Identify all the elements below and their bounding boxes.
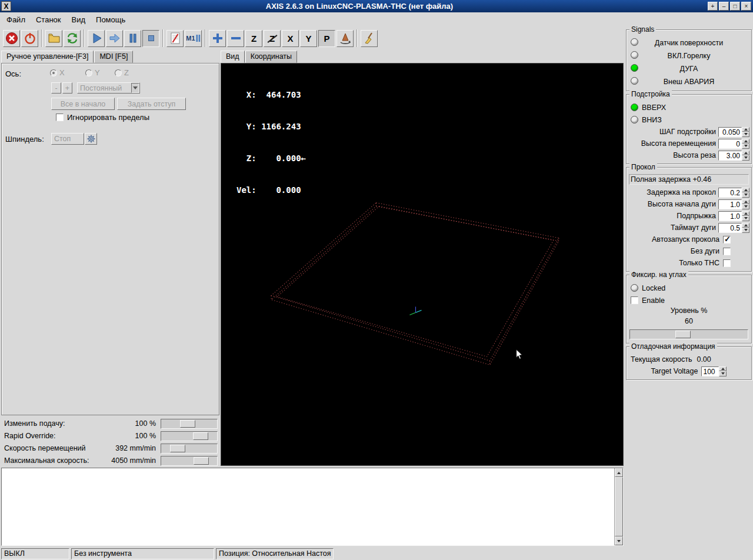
spin-up-icon[interactable] [742, 139, 749, 144]
minimize-button[interactable]: – [719, 2, 729, 11]
enable-row[interactable]: Enable [628, 294, 749, 306]
maximize-button[interactable]: □ [730, 2, 740, 11]
zoom-in-button[interactable] [209, 30, 226, 47]
spin-down-icon[interactable] [742, 204, 749, 209]
arc-start-height-value[interactable]: 1.0 [718, 199, 742, 209]
run-program-button[interactable] [88, 30, 105, 47]
spin-up-icon[interactable] [742, 151, 749, 156]
menu-file[interactable]: Файл [1, 14, 31, 26]
tab-preview[interactable]: Вид [221, 51, 245, 63]
feed-override-slider[interactable] [161, 419, 218, 429]
slider-handle[interactable] [194, 457, 209, 465]
history-scrollbar[interactable] [614, 468, 623, 545]
spin-down-icon[interactable] [742, 192, 749, 198]
travel-height-spinner[interactable]: 0 [718, 139, 749, 149]
jump-height-value[interactable]: 1.0 [718, 211, 742, 221]
rotate-view-button[interactable] [336, 30, 354, 47]
spin-down-icon[interactable] [742, 144, 749, 149]
cut-height-spinner[interactable]: 3.00 [718, 151, 749, 161]
spin-up-icon[interactable] [719, 366, 727, 372]
menu-view[interactable]: Вид [66, 14, 91, 26]
target-voltage-spinner[interactable]: 100 [701, 366, 727, 376]
spin-up-icon[interactable] [742, 199, 749, 205]
enable-checkbox[interactable] [631, 296, 638, 304]
view-top-button[interactable]: Z [245, 30, 262, 47]
spin-up-icon[interactable] [742, 188, 749, 193]
ignore-limits-checkbox[interactable]: Игнорировать пределы [56, 113, 149, 122]
mdi-history-textarea[interactable] [1, 468, 624, 546]
machine-power-button[interactable] [21, 30, 38, 47]
tab-manual-control[interactable]: Ручное управление-[F3] [1, 51, 94, 63]
no-arc-checkbox[interactable] [723, 248, 731, 255]
scroll-up-icon[interactable] [615, 468, 623, 477]
view-side-button[interactable]: X [282, 30, 299, 47]
auto-pierce-checkbox[interactable] [723, 236, 731, 244]
jog-plus-button[interactable]: + [62, 82, 72, 94]
spindle-mode-combobox[interactable]: Стоп [51, 133, 84, 145]
step-button[interactable] [106, 30, 123, 47]
thc-step-value[interactable]: 0.050 [718, 127, 742, 137]
menu-machine[interactable]: Станок [31, 14, 66, 26]
thc-only-checkbox[interactable] [723, 259, 731, 267]
axis-radio-y[interactable]: Y [85, 68, 100, 77]
estop-button[interactable] [3, 30, 20, 47]
slider-handle[interactable] [675, 331, 691, 338]
arc-start-height-label: Высота начала дуги [648, 200, 716, 208]
stop-button[interactable] [142, 30, 159, 47]
arc-start-height-spinner[interactable]: 1.0 [718, 199, 749, 209]
tab-mdi[interactable]: MDI [F5] [94, 51, 133, 63]
cut-height-value[interactable]: 3.00 [718, 151, 742, 161]
scroll-down-icon[interactable] [615, 536, 623, 545]
clear-plot-button[interactable] [361, 30, 378, 47]
skip-lines-button[interactable] [166, 30, 184, 47]
view-perspective-button[interactable]: P [318, 30, 335, 47]
spin-up-icon[interactable] [742, 127, 749, 132]
arc-timeout-spinner[interactable]: 0.5 [718, 223, 749, 233]
axis-radio-z[interactable]: Z [115, 68, 129, 77]
reload-file-button[interactable] [64, 30, 81, 47]
zoom-out-button[interactable] [227, 30, 244, 47]
auto-pierce-row[interactable]: Автозапуск прокола [628, 234, 749, 245]
target-voltage-value[interactable]: 100 [701, 366, 719, 376]
menu-help[interactable]: Помощь [91, 14, 131, 26]
view-rotated-top-button[interactable]: Z [264, 30, 281, 47]
slider-handle[interactable] [180, 420, 195, 428]
jump-height-spinner[interactable]: 1.0 [718, 211, 749, 221]
spin-down-icon[interactable] [742, 132, 749, 137]
home-all-button[interactable]: Все в начало [51, 98, 115, 110]
max-velocity-slider[interactable] [161, 456, 218, 466]
spin-down-icon[interactable] [719, 371, 727, 376]
touch-off-button[interactable]: Задать отступ [117, 98, 186, 110]
arc-timeout-value[interactable]: 0.5 [718, 223, 742, 233]
pierce-delay-value[interactable]: 0.2 [718, 188, 742, 198]
optional-pause-button[interactable]: M1 [185, 30, 202, 47]
travel-height-value[interactable]: 0 [718, 139, 742, 149]
spin-up-icon[interactable] [742, 223, 749, 228]
scrollbar-thumb[interactable] [615, 477, 623, 536]
thc-only-row[interactable]: Только THC [628, 257, 749, 269]
level-slider[interactable] [629, 329, 748, 339]
close-button[interactable]: × [741, 2, 751, 11]
pierce-delay-spinner[interactable]: 0.2 [718, 188, 749, 198]
spin-down-icon[interactable] [742, 228, 749, 233]
view-front-button[interactable]: Y [300, 30, 317, 47]
thc-step-spinner[interactable]: 0.050 [718, 127, 749, 137]
spin-up-icon[interactable] [742, 211, 749, 216]
z-letter-icon: Z [251, 34, 256, 44]
jog-speed-slider[interactable] [161, 444, 218, 454]
slider-handle[interactable] [193, 432, 208, 440]
rapid-override-slider[interactable] [161, 431, 218, 441]
spindle-brake-button[interactable] [85, 133, 97, 145]
slider-handle[interactable] [170, 445, 185, 452]
tab-dro[interactable]: Координаты [245, 51, 297, 63]
no-arc-row[interactable]: Без дуги [628, 245, 749, 257]
spin-down-icon[interactable] [742, 216, 749, 221]
pause-button[interactable] [124, 30, 141, 47]
pin-window-button[interactable]: + [708, 2, 718, 11]
open-file-button[interactable] [45, 30, 62, 47]
spin-down-icon[interactable] [742, 155, 749, 161]
jog-minus-button[interactable]: - [51, 82, 61, 94]
jog-speed-combobox[interactable]: Постоянный [77, 82, 140, 94]
preview-canvas[interactable]: X: 464.703 Y: 1166.243 Z: 0.000← Vel: 0.… [221, 63, 624, 466]
axis-radio-x[interactable]: X [50, 68, 65, 77]
